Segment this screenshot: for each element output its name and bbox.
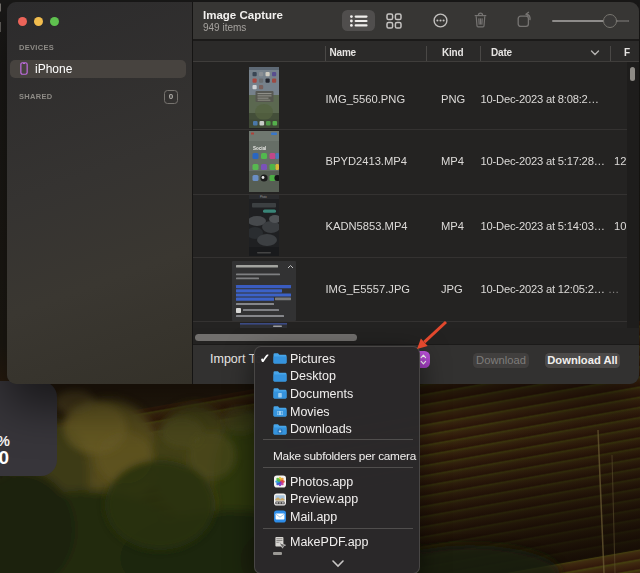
svg-text:Social: Social — [253, 146, 266, 151]
svg-text:Photo: Photo — [260, 195, 267, 199]
